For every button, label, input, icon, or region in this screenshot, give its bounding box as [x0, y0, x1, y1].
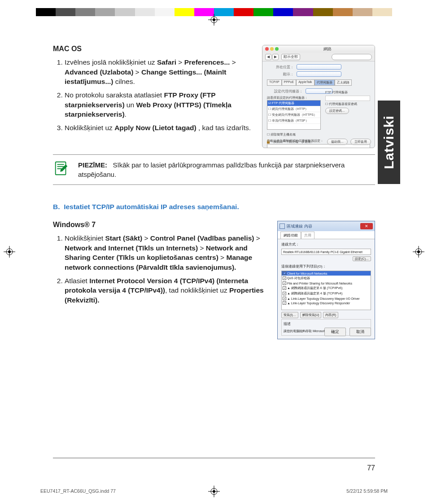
adapter-field: Realtek RTL8168B/8111B Family PCI-E Giga…	[281, 249, 371, 255]
windows7-steps: Noklikšķiniet Start (Sākt) > Control Pan…	[53, 233, 271, 305]
install-button: 安裝(I)…	[281, 312, 298, 318]
search-input	[332, 54, 372, 60]
configure-button: 設定(C)…	[353, 256, 371, 261]
macos-steps: Izvēlnes joslā noklikšķiniet uz Safari >…	[53, 57, 256, 133]
page-number: 77	[367, 464, 375, 472]
macos-proxy-screenshot: 網路 ◀ ▶ 顯示全部 所在位置： 顯示： TCP/IP PPPoE Apple…	[262, 45, 375, 148]
close-icon	[265, 47, 269, 51]
note-block: PIEZĪME: Sīkāk par to lasiet pārlūkprogr…	[53, 154, 375, 185]
uninstall-button: 解除安裝(U)	[300, 312, 322, 318]
components-list: ✓Client for Microsoft Networks ✓QoS 封包排程…	[281, 271, 371, 310]
apply-now-button: 立即套用	[350, 139, 371, 145]
svg-rect-16	[267, 141, 270, 144]
registration-mark-icon	[413, 246, 424, 258]
registration-mark-icon	[208, 14, 220, 26]
back-icon: ◀	[265, 54, 271, 60]
mac-tabs: TCP/IP PPPoE AppleTalk 代理伺服器 乙太網路	[267, 79, 370, 86]
show-all-button: 顯示全部	[281, 54, 300, 60]
zoom-icon	[275, 47, 279, 51]
registration-mark-icon	[4, 246, 15, 258]
macos-heading: MAC OS	[53, 45, 256, 53]
footer-rule	[53, 458, 375, 458]
minimize-icon	[270, 47, 274, 51]
windows-properties-screenshot: 區域連線 內容 ✕ 網路功能 共用 連線方式： Realtek RTL8168B…	[277, 221, 375, 339]
tab-networking: 網路功能	[280, 232, 301, 239]
set-password-button: 設定密碼…	[325, 108, 349, 114]
assist-button: 協助我…	[327, 139, 348, 145]
proxy-list: ☑FTP 代理伺服器 ☐網頁代理伺服器（HTTP） ☐安全網頁代理伺服器（HTT…	[267, 100, 321, 130]
ok-button: 確定	[324, 328, 346, 336]
section-b-title: B. Iestatiet TCP/IP automātiskai IP adre…	[53, 203, 375, 211]
properties-button: 內容(R)	[323, 312, 338, 318]
note-icon	[53, 160, 70, 177]
close-icon: ✕	[360, 223, 373, 229]
tab-sharing: 共用	[301, 232, 314, 239]
indesign-slug: EEU7417_RT-AC66U_QSG.indd 77 5/22/12 5:5…	[40, 488, 388, 494]
lock-icon	[266, 140, 271, 144]
forward-icon: ▶	[272, 54, 279, 60]
windows7-heading: Windows® 7	[53, 221, 271, 229]
language-tab: Latviski	[378, 101, 400, 184]
nic-icon	[280, 224, 285, 229]
cancel-button: 取消	[349, 328, 371, 336]
location-dropdown	[297, 64, 341, 70]
show-dropdown	[297, 71, 341, 77]
